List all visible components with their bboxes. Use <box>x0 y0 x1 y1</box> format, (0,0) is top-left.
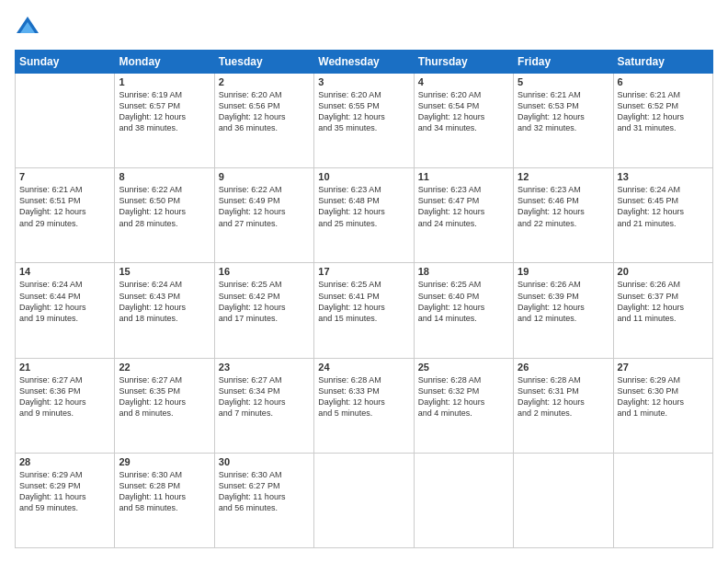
day-number: 14 <box>19 266 110 277</box>
calendar-cell: 2Sunrise: 6:20 AM Sunset: 6:56 PM Daylig… <box>214 74 313 168</box>
day-number: 26 <box>518 362 609 373</box>
calendar-cell: 30Sunrise: 6:30 AM Sunset: 6:27 PM Dayli… <box>214 453 313 547</box>
logo <box>15 15 44 40</box>
cell-text: Sunrise: 6:26 AM Sunset: 6:39 PM Dayligh… <box>518 279 609 324</box>
cell-text: Sunrise: 6:28 AM Sunset: 6:31 PM Dayligh… <box>518 374 609 419</box>
cell-text: Sunrise: 6:30 AM Sunset: 6:27 PM Dayligh… <box>219 469 310 514</box>
day-number: 25 <box>418 362 509 373</box>
calendar-header-row: SundayMondayTuesdayWednesdayThursdayFrid… <box>16 51 713 74</box>
cell-text: Sunrise: 6:25 AM Sunset: 6:41 PM Dayligh… <box>318 279 409 324</box>
day-number: 8 <box>119 171 210 182</box>
cell-text: Sunrise: 6:25 AM Sunset: 6:42 PM Dayligh… <box>219 279 310 324</box>
calendar-week-1: 1Sunrise: 6:19 AM Sunset: 6:57 PM Daylig… <box>16 74 713 168</box>
calendar-cell: 10Sunrise: 6:23 AM Sunset: 6:48 PM Dayli… <box>314 168 414 263</box>
day-number: 29 <box>119 456 210 467</box>
cell-text: Sunrise: 6:23 AM Sunset: 6:48 PM Dayligh… <box>318 184 409 229</box>
cell-text: Sunrise: 6:23 AM Sunset: 6:47 PM Dayligh… <box>418 184 509 229</box>
calendar-cell: 24Sunrise: 6:28 AM Sunset: 6:33 PM Dayli… <box>314 358 414 453</box>
day-header-tuesday: Tuesday <box>214 51 313 74</box>
cell-text: Sunrise: 6:20 AM Sunset: 6:56 PM Dayligh… <box>219 89 310 134</box>
calendar-table: SundayMondayTuesdayWednesdayThursdayFrid… <box>15 50 713 548</box>
day-number: 13 <box>618 171 709 182</box>
calendar-cell: 28Sunrise: 6:29 AM Sunset: 6:29 PM Dayli… <box>16 453 115 547</box>
day-header-saturday: Saturday <box>613 51 712 74</box>
calendar-week-2: 7Sunrise: 6:21 AM Sunset: 6:51 PM Daylig… <box>16 168 713 263</box>
day-number: 18 <box>418 266 509 277</box>
cell-text: Sunrise: 6:20 AM Sunset: 6:54 PM Dayligh… <box>418 89 509 134</box>
day-number: 17 <box>318 266 409 277</box>
day-header-friday: Friday <box>514 51 613 74</box>
cell-text: Sunrise: 6:22 AM Sunset: 6:50 PM Dayligh… <box>119 184 210 229</box>
calendar-cell: 19Sunrise: 6:26 AM Sunset: 6:39 PM Dayli… <box>514 263 613 358</box>
calendar-cell: 29Sunrise: 6:30 AM Sunset: 6:28 PM Dayli… <box>115 453 214 547</box>
calendar-cell: 23Sunrise: 6:27 AM Sunset: 6:34 PM Dayli… <box>214 358 313 453</box>
cell-text: Sunrise: 6:28 AM Sunset: 6:32 PM Dayligh… <box>418 374 509 419</box>
calendar-week-4: 21Sunrise: 6:27 AM Sunset: 6:36 PM Dayli… <box>16 358 713 453</box>
day-number: 19 <box>518 266 609 277</box>
calendar-cell <box>16 74 115 168</box>
day-number: 9 <box>219 171 310 182</box>
calendar-cell: 6Sunrise: 6:21 AM Sunset: 6:52 PM Daylig… <box>613 74 712 168</box>
logo-icon <box>15 15 40 40</box>
cell-text: Sunrise: 6:22 AM Sunset: 6:49 PM Dayligh… <box>219 184 310 229</box>
day-number: 12 <box>518 171 609 182</box>
calendar-cell: 7Sunrise: 6:21 AM Sunset: 6:51 PM Daylig… <box>16 168 115 263</box>
calendar-cell: 13Sunrise: 6:24 AM Sunset: 6:45 PM Dayli… <box>613 168 712 263</box>
day-header-sunday: Sunday <box>16 51 115 74</box>
calendar-cell: 27Sunrise: 6:29 AM Sunset: 6:30 PM Dayli… <box>613 358 712 453</box>
calendar-week-5: 28Sunrise: 6:29 AM Sunset: 6:29 PM Dayli… <box>16 453 713 547</box>
cell-text: Sunrise: 6:28 AM Sunset: 6:33 PM Dayligh… <box>318 374 409 419</box>
calendar-cell: 18Sunrise: 6:25 AM Sunset: 6:40 PM Dayli… <box>414 263 513 358</box>
page: SundayMondayTuesdayWednesdayThursdayFrid… <box>0 0 728 563</box>
day-number: 1 <box>119 76 210 87</box>
day-number: 2 <box>219 76 310 87</box>
calendar-cell <box>514 453 613 547</box>
cell-text: Sunrise: 6:24 AM Sunset: 6:43 PM Dayligh… <box>119 279 210 324</box>
cell-text: Sunrise: 6:29 AM Sunset: 6:30 PM Dayligh… <box>618 374 709 419</box>
day-number: 28 <box>19 456 110 467</box>
calendar-cell: 21Sunrise: 6:27 AM Sunset: 6:36 PM Dayli… <box>16 358 115 453</box>
day-number: 4 <box>418 76 509 87</box>
day-number: 15 <box>119 266 210 277</box>
day-header-wednesday: Wednesday <box>314 51 414 74</box>
day-number: 24 <box>318 362 409 373</box>
cell-text: Sunrise: 6:20 AM Sunset: 6:55 PM Dayligh… <box>318 89 409 134</box>
cell-text: Sunrise: 6:27 AM Sunset: 6:36 PM Dayligh… <box>19 374 110 419</box>
day-number: 7 <box>19 171 110 182</box>
cell-text: Sunrise: 6:30 AM Sunset: 6:28 PM Dayligh… <box>119 469 210 514</box>
cell-text: Sunrise: 6:27 AM Sunset: 6:35 PM Dayligh… <box>119 374 210 419</box>
day-number: 10 <box>318 171 409 182</box>
day-header-thursday: Thursday <box>414 51 513 74</box>
calendar-cell: 16Sunrise: 6:25 AM Sunset: 6:42 PM Dayli… <box>214 263 313 358</box>
cell-text: Sunrise: 6:25 AM Sunset: 6:40 PM Dayligh… <box>418 279 509 324</box>
day-number: 5 <box>518 76 609 87</box>
cell-text: Sunrise: 6:29 AM Sunset: 6:29 PM Dayligh… <box>19 469 110 514</box>
calendar-cell: 25Sunrise: 6:28 AM Sunset: 6:32 PM Dayli… <box>414 358 513 453</box>
cell-text: Sunrise: 6:26 AM Sunset: 6:37 PM Dayligh… <box>618 279 709 324</box>
calendar-cell: 20Sunrise: 6:26 AM Sunset: 6:37 PM Dayli… <box>613 263 712 358</box>
calendar-cell: 9Sunrise: 6:22 AM Sunset: 6:49 PM Daylig… <box>214 168 313 263</box>
cell-text: Sunrise: 6:21 AM Sunset: 6:53 PM Dayligh… <box>518 89 609 134</box>
calendar-cell: 14Sunrise: 6:24 AM Sunset: 6:44 PM Dayli… <box>16 263 115 358</box>
calendar-cell: 1Sunrise: 6:19 AM Sunset: 6:57 PM Daylig… <box>115 74 214 168</box>
calendar-cell: 17Sunrise: 6:25 AM Sunset: 6:41 PM Dayli… <box>314 263 414 358</box>
calendar-cell <box>414 453 513 547</box>
cell-text: Sunrise: 6:24 AM Sunset: 6:44 PM Dayligh… <box>19 279 110 324</box>
day-number: 3 <box>318 76 409 87</box>
day-number: 16 <box>219 266 310 277</box>
calendar-cell: 4Sunrise: 6:20 AM Sunset: 6:54 PM Daylig… <box>414 74 513 168</box>
day-number: 21 <box>19 362 110 373</box>
calendar-cell: 3Sunrise: 6:20 AM Sunset: 6:55 PM Daylig… <box>314 74 414 168</box>
day-header-monday: Monday <box>115 51 214 74</box>
day-number: 22 <box>119 362 210 373</box>
day-number: 11 <box>418 171 509 182</box>
cell-text: Sunrise: 6:23 AM Sunset: 6:46 PM Dayligh… <box>518 184 609 229</box>
day-number: 30 <box>219 456 310 467</box>
calendar-cell: 22Sunrise: 6:27 AM Sunset: 6:35 PM Dayli… <box>115 358 214 453</box>
cell-text: Sunrise: 6:19 AM Sunset: 6:57 PM Dayligh… <box>119 89 210 134</box>
calendar-week-3: 14Sunrise: 6:24 AM Sunset: 6:44 PM Dayli… <box>16 263 713 358</box>
cell-text: Sunrise: 6:21 AM Sunset: 6:52 PM Dayligh… <box>618 89 709 134</box>
day-number: 27 <box>618 362 709 373</box>
calendar-cell: 8Sunrise: 6:22 AM Sunset: 6:50 PM Daylig… <box>115 168 214 263</box>
day-number: 20 <box>618 266 709 277</box>
